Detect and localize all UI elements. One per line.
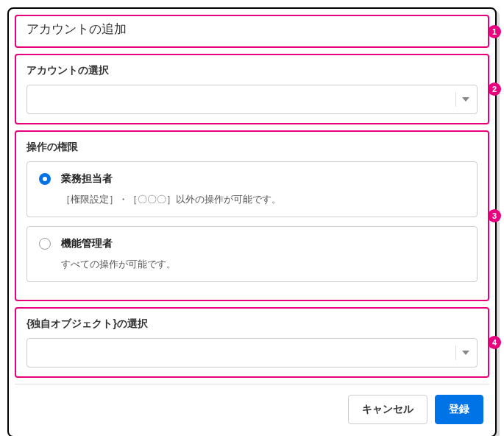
annotation-badge-2: 2: [488, 82, 501, 96]
cancel-button[interactable]: キャンセル: [348, 395, 427, 424]
radio-option-operator[interactable]: 業務担当者 ［権限設定］・［〇〇〇］以外の操作が可能です。: [26, 161, 478, 217]
radio-icon: [39, 173, 51, 185]
account-select-label: アカウントの選択: [26, 64, 478, 77]
section-title: アカウントの追加 1: [15, 15, 489, 48]
section-object-select: {独自オブジェクト}の選択 4: [15, 307, 489, 378]
radio-label-admin: 機能管理者: [61, 237, 113, 250]
annotation-badge-4: 4: [488, 336, 501, 349]
object-select-dropdown[interactable]: [26, 338, 478, 368]
account-select-dropdown[interactable]: [26, 85, 478, 114]
section-account-select: アカウントの選択 2: [15, 54, 489, 124]
chevron-down-icon: [455, 92, 469, 107]
dialog-footer: キャンセル 登録: [9, 384, 495, 436]
radio-option-admin[interactable]: 機能管理者 すべての操作が可能です。: [26, 226, 478, 282]
permissions-label: 操作の権限: [26, 141, 478, 154]
dialog-title: アカウントの追加: [26, 22, 127, 36]
chevron-down-icon: [455, 345, 469, 360]
section-permissions: 操作の権限 業務担当者 ［権限設定］・［〇〇〇］以外の操作が可能です。 機能管理…: [15, 130, 489, 301]
submit-button[interactable]: 登録: [435, 395, 483, 424]
radio-label-operator: 業務担当者: [61, 172, 113, 186]
radio-desc-admin: すべての操作が可能です。: [61, 258, 465, 271]
dialog: アカウントの追加 1 アカウントの選択 2 操作の権限 業務担当者 ［権限設定］…: [7, 7, 497, 436]
radio-icon: [39, 238, 51, 250]
object-select-label: {独自オブジェクト}の選択: [26, 317, 478, 331]
radio-desc-operator: ［権限設定］・［〇〇〇］以外の操作が可能です。: [61, 193, 465, 206]
annotation-badge-1: 1: [488, 25, 501, 38]
annotation-badge-3: 3: [488, 209, 501, 222]
